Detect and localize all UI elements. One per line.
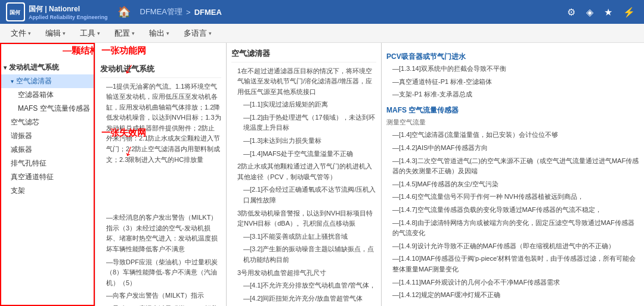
analysis-pcv-2: —真空通道特征-P1 标准-空滤箱体 <box>386 77 639 88</box>
failure-text-3: —[1.2]由于热处理进气（17领域），未达到环境温度上升目标 <box>231 113 376 133</box>
logo-icon: 国何 <box>6 2 25 21</box>
menu-config-label: 配置 <box>114 28 130 39</box>
star-button[interactable]: ★ <box>601 5 615 19</box>
content-area: 一张功能网 ↓ 一张失效网 ↓ 发动机进气系统 —1提供无油雾的气流。1.1将环… <box>95 43 644 306</box>
analysis-mafs-subtitle: 测量空气流量 <box>386 117 639 128</box>
analysis-panel: PCV吸音器或节气门进水 —[1.3.14]双系统中的拦截会导致不平衡 —真空通… <box>382 43 644 306</box>
menu-tools-label: 工具 <box>80 28 95 39</box>
sidebar-item-label: 支架 <box>11 186 25 196</box>
sidebar-item-air-element[interactable]: 空气滤芯 <box>0 115 95 129</box>
menu-config[interactable]: 配置 ▾ <box>109 26 141 41</box>
top-bar: 国何 国何 | Nationrel Applied Reliability En… <box>0 0 644 24</box>
failure-text-5: —[1.4]MAFS处于空气流量溢量不正确 <box>231 149 376 160</box>
menu-file-arrow: ▾ <box>28 30 31 36</box>
menu-language-label: 多语言 <box>184 28 207 39</box>
failure-panel-title: 空气滤清器 <box>231 48 376 63</box>
function-text-3: —导致DPF应混（柴油机）中过量积炭（8）车辆性能降低-客户不满意（汽油机）（5… <box>100 257 221 289</box>
menu-edit-label: 编辑 <box>45 28 61 39</box>
menu-output[interactable]: 输出 ▾ <box>143 26 175 41</box>
sidebar-item-label: 空气滤清器 <box>16 76 52 86</box>
menu-bar: 文件 ▾ 编辑 ▾ 工具 ▾ 配置 ▾ 输出 ▾ 多语言 ▾ <box>0 24 644 43</box>
svg-text:国何: 国何 <box>10 10 21 15</box>
function-text-4: —向客户发出警告（MILKT）指示 <box>100 291 221 301</box>
failure-text-10: —[3.2]产生新的振动噪音主题以辅缺振点，点机功能结构目前 <box>231 244 376 265</box>
menu-output-arrow: ▾ <box>166 30 169 36</box>
menu-language[interactable]: 多语言 ▾ <box>178 26 218 41</box>
menu-tools-arrow: ▾ <box>97 30 100 36</box>
sidebar-item-vacuum-channel[interactable]: 真空通道特征 <box>0 170 95 184</box>
breadcrumb-separator: > <box>186 8 191 17</box>
sidebar-item-engine-system[interactable]: ▾ 发动机进气系统 <box>0 61 95 74</box>
menu-tools[interactable]: 工具 ▾ <box>74 26 106 41</box>
function-text-5: —导致DPF应混中过量积炭:MAFS污染（柴油机）（8）车辆性能降低-客户不满意… <box>100 304 221 306</box>
sidebar-item-damper[interactable]: 减振器 <box>0 143 95 157</box>
analysis-pcv-3: —支架-P1 标准-支承器总成 <box>386 89 639 100</box>
failure-text-2: —[1.1]实现过滤后规矩的距离 <box>231 99 376 110</box>
analysis-mafs-4: —[1.4.5]MAF传感器的灰尘/空气污染 <box>386 179 639 190</box>
function-panel: 一张功能网 ↓ 一张失效网 ↓ 发动机进气系统 —1提供无油雾的气流。1.1将环… <box>95 43 227 306</box>
sidebar-item-mafs[interactable]: MAFS 空气流量传感器 <box>0 102 95 115</box>
sidebar: —颗结构树 ▾ 发动机进气系统 ▾ 空气滤清器 空滤器箱体 MAFS 空气流量传… <box>0 43 95 306</box>
sidebar-item-label: 减振器 <box>11 145 32 155</box>
sidebar-item-label: 真空通道特征 <box>11 172 54 182</box>
menu-config-arrow: ▾ <box>132 30 135 36</box>
menu-file[interactable]: 文件 ▾ <box>5 26 37 41</box>
failure-text-1: 1在不超过进通滤器压目标的情况下，将环境空气输送至发动机节气门/溶化滤清器/增压… <box>231 66 376 98</box>
menu-file-label: 文件 <box>11 28 26 39</box>
lightning-button[interactable]: ⚡ <box>620 5 638 19</box>
analysis-section-mafs: MAFS 空气流量传感器 <box>386 105 639 115</box>
analysis-mafs-8: —[1.4.9]设计允许导致不正确的MAF传感器（即在缩视机组进气中的不正确） <box>386 241 639 252</box>
sidebar-item-resonator[interactable]: 谐振器 <box>0 129 95 143</box>
failure-text-6: 2防止水或其他颗粒通过进入节气门的机进机入其他途径（PCV，制动吸气管等） <box>231 161 376 182</box>
analysis-mafs-9: —[1.4.10]MAF传感器位于阀'p-piece'材料管道包装时，由于传感器… <box>386 254 639 274</box>
main-layout: —颗结构树 ▾ 发动机进气系统 ▾ 空气滤清器 空滤器箱体 MAFS 空气流量传… <box>0 43 644 306</box>
function-panel-title: 发动机进气系统 <box>100 63 221 78</box>
analysis-mafs-3: —[1.4.3]二次空气管道进气(二)的空气来源不正确（或空气进气流量通过进气M… <box>386 156 639 177</box>
home-button[interactable]: 🏠 <box>115 3 133 21</box>
sidebar-item-label: MAFS 空气流量传感器 <box>18 104 90 114</box>
tag-button[interactable]: ◈ <box>583 5 596 19</box>
failure-text-11: 3号用发动机血管超排气孔尺寸 <box>231 268 376 279</box>
analysis-section-pcv: PCV吸音器或节气门进水 <box>386 51 639 62</box>
analysis-pcv-1: —[1.3.14]双系统中的拦截会导致不平衡 <box>386 64 639 74</box>
tree-expand-icon: ▾ <box>4 64 7 71</box>
menu-language-arrow: ▾ <box>209 30 212 36</box>
logo-text: 国何 | Nationrel <box>29 4 108 14</box>
tree-expand-icon: ▾ <box>11 78 14 85</box>
analysis-mafs-6: —[1.4.7]空气流量传感器负载的变化导致通过MAF传感器的气流不稳定， <box>386 205 639 216</box>
analysis-mafs-5: —[1.4.6]空气流量信号不同于作何一种 NVH传感器植被远到商品， <box>386 192 639 202</box>
analysis-mafs-1: —[1.4]空气滤清器(流量溢量值，如已安装）会计位位不够 <box>386 130 639 140</box>
menu-edit-arrow: ▾ <box>63 30 66 36</box>
menu-edit[interactable]: 编辑 ▾ <box>39 26 72 41</box>
sidebar-item-label: 排气孔特征 <box>11 158 47 168</box>
menu-output-label: 输出 <box>149 28 165 39</box>
failure-panel: 空气滤清器 1在不超过进通滤器压目标的情况下，将环境空气输送至发动机节气门/溶化… <box>227 43 382 306</box>
failure-text-13: —[4.2]间距扭矩允许充分/放血管超管气体 <box>231 293 376 304</box>
top-bar-right: ⚙ ◈ ★ ⚡ <box>564 5 638 19</box>
function-text-2: —未经消息的客户发出警告（MILKT）指示（3）未经过滤的空气-发动机损坏、堵塞… <box>100 213 221 254</box>
sidebar-item-label: 发动机进气系统 <box>9 63 59 73</box>
breadcrumb-root: DFMEA管理 <box>140 7 183 17</box>
sidebar-item-label: 空滤器箱体 <box>18 90 54 100</box>
sidebar-item-support[interactable]: 支架 <box>0 184 95 198</box>
analysis-mafs-10: —[1.4.11]MAF外观设计的几何小会不干净MAF传感器需求 <box>386 277 639 288</box>
breadcrumb-current: DFMEA <box>194 8 222 17</box>
failure-text-7: —[2.1]不会经过正确通氧或不达节流阀/压机入口属性故障 <box>231 185 376 205</box>
settings-button[interactable]: ⚙ <box>564 5 578 19</box>
sidebar-item-air-filter[interactable]: ▾ 空气滤清器 <box>0 74 95 88</box>
function-text-1: —1提供无油雾的气流。1.1将环境空气输送至发动机，应用低压压至发动机各缸，应用… <box>100 82 221 166</box>
failure-text-8: 3防低发动机噪音警报，以达到NVH目标项目特定NVH目标（dBA）。孔积留点点移… <box>231 208 376 229</box>
analysis-mafs-2: —[1.4.2]AIS中的MAF传感器方向 <box>386 143 639 154</box>
sidebar-item-label: 空气滤芯 <box>11 117 39 127</box>
analysis-mafs-7: —[1.4.8]由于滤清特网络方向或被端方向的变化，固定压滤空气导致通过MAF传… <box>386 218 639 239</box>
failure-text-4: —[1.3]未达到出力损失量标 <box>231 136 376 146</box>
failure-text-9: —[3.1]不能妥善或防止缸上骚扰音域 <box>231 232 376 242</box>
breadcrumb: DFMEA管理 > DFMEA <box>140 7 222 17</box>
analysis-mafs-11: —[1.4.12]规定的MAF缓冲灯规不正确 <box>386 290 639 301</box>
sidebar-item-filter-body[interactable]: 空滤器箱体 <box>0 88 95 102</box>
failure-text-12: —[4.1]不允许充分排放空气动机血管/管气体， <box>231 280 376 291</box>
sidebar-item-label: 谐振器 <box>11 131 32 141</box>
logo-sub: Applied Reliability Engineering <box>29 14 108 20</box>
logo-area: 国何 国何 | Nationrel Applied Reliability En… <box>6 2 108 21</box>
sidebar-item-exhaust-port[interactable]: 排气孔特征 <box>0 157 95 170</box>
